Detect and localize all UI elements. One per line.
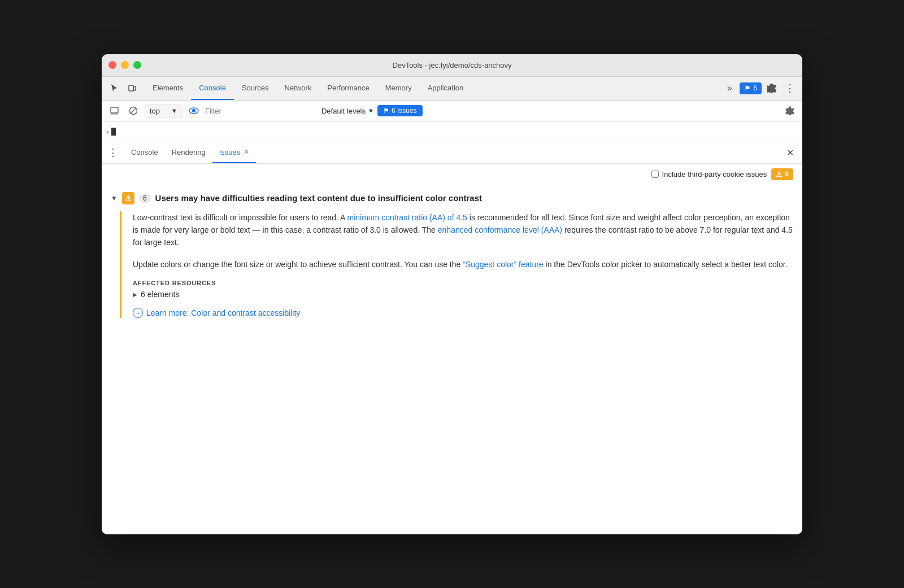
devtools-window: DevTools - jec.fyi/demo/cds-anchovy Elem… [102,54,802,534]
bottom-tabs-bar: ⋮ Console Rendering Issues ✕ ✕ [102,142,802,164]
show-drawer-icon[interactable] [106,103,122,119]
svg-rect-2 [111,107,118,113]
issue-warning-icon: ⚠ [122,192,134,204]
window-title: DevTools - jec.fyi/demo/cds-anchovy [393,61,512,69]
filter-input[interactable] [205,107,318,115]
svg-rect-3 [111,112,118,115]
issue-title: Users may have difficulties reading text… [155,193,482,203]
close-drawer-icon[interactable]: ✕ [782,145,798,160]
learn-more-link[interactable]: → Learn more: Color and contrast accessi… [133,308,793,318]
svg-rect-0 [129,85,133,91]
more-options-icon[interactable]: ⋮ [782,80,798,96]
tab-memory[interactable]: Memory [377,77,420,100]
issues-options-bar: Include third-party cookie issues ⚠ 6 [102,164,802,185]
link-suggest-color[interactable]: “Suggest color” feature [463,260,543,269]
issues-sm-icon: ⚑ [383,107,389,115]
settings-icon[interactable] [764,80,780,96]
affected-label: AFFECTED RESOURCES [133,280,793,286]
warning-icon: ⚠ [776,170,783,178]
tab-application[interactable]: Application [420,77,472,100]
main-tabs-bar: Elements Console Sources Network Perform… [102,77,802,101]
cursor-icon[interactable] [106,80,122,96]
prompt-icon: › [106,127,109,136]
tab-elements[interactable]: Elements [145,77,191,100]
tab-rendering[interactable]: Rendering [165,142,212,164]
issues-button[interactable]: ⚑ 6 Issues [377,105,423,116]
context-selector[interactable]: top ▼ [145,104,182,117]
link-aaa-conformance[interactable]: enhanced conformance level (AAA) [438,225,562,234]
title-bar: DevTools - jec.fyi/demo/cds-anchovy [102,54,802,77]
learn-more-icon: → [133,308,143,318]
third-party-checkbox-label[interactable]: Include third-party cookie issues [651,170,767,178]
more-tabs-button[interactable]: » [722,80,737,96]
tab-console[interactable]: Console [191,77,234,100]
tabs-right: » ⚑ 6 ⋮ [717,77,802,100]
log-level-select[interactable]: Default levels ▼ [321,107,374,115]
link-aa-contrast[interactable]: minimum contrast ratio (AA) of 4.5 [347,213,467,222]
svg-rect-1 [133,86,136,90]
svg-line-5 [131,108,136,114]
bottom-panel: ⋮ Console Rendering Issues ✕ ✕ Include t… [102,142,802,534]
clear-console-icon[interactable] [125,103,141,119]
bottom-tabs-right: ✕ [782,145,798,160]
dropdown-arrow-icon: ▼ [171,107,177,114]
collapse-chevron-icon[interactable]: ▼ [111,194,118,202]
tabs-left-icons [102,77,145,100]
tab-issues-drawer[interactable]: Issues ✕ [212,142,257,164]
svg-point-7 [192,110,195,112]
console-cursor[interactable] [111,128,116,136]
minimize-traffic-light[interactable] [121,61,129,69]
third-party-checkbox[interactable] [651,171,659,178]
elements-toggle[interactable]: ▶ 6 elements [133,290,793,299]
issue-description-2: Update colors or change the font size or… [133,258,793,271]
issues-tab-close-icon[interactable]: ✕ [244,148,249,156]
tab-console-drawer[interactable]: Console [124,142,165,164]
tab-network[interactable]: Network [277,77,320,100]
level-arrow-icon: ▼ [368,107,374,114]
issue-body: Low-contrast text is difficult or imposs… [120,211,793,319]
triangle-right-icon: ▶ [133,291,137,298]
console-toolbar: top ▼ Default levels ▼ ⚑ 6 Issues [102,101,802,122]
console-settings-icon[interactable] [782,103,798,119]
issues-badge[interactable]: ⚑ 6 [740,82,762,94]
tab-sources[interactable]: Sources [234,77,277,100]
close-traffic-light[interactable] [108,61,116,69]
issue-count-badge: 6 [139,194,151,203]
issue-description-1: Low-contrast text is difficult or imposs… [133,211,793,249]
tab-performance[interactable]: Performance [319,77,377,100]
drawer-menu-icon[interactable]: ⋮ [106,146,120,159]
console-input-row: › [102,122,802,142]
warning-count-badge: ⚠ 6 [771,168,793,180]
issues-icon: ⚑ [744,84,751,93]
live-expressions-icon[interactable] [186,103,202,119]
issue-header-row: ▼ ⚠ 6 Users may have difficulties readin… [111,192,793,204]
device-toggle-icon[interactable] [124,80,140,96]
issue-section: ▼ ⚠ 6 Users may have difficulties readin… [102,185,802,325]
traffic-lights [108,61,141,69]
maximize-traffic-light[interactable] [133,61,141,69]
affected-resources: AFFECTED RESOURCES ▶ 6 elements [133,280,793,299]
issues-content: Include third-party cookie issues ⚠ 6 ▼ … [102,164,802,534]
